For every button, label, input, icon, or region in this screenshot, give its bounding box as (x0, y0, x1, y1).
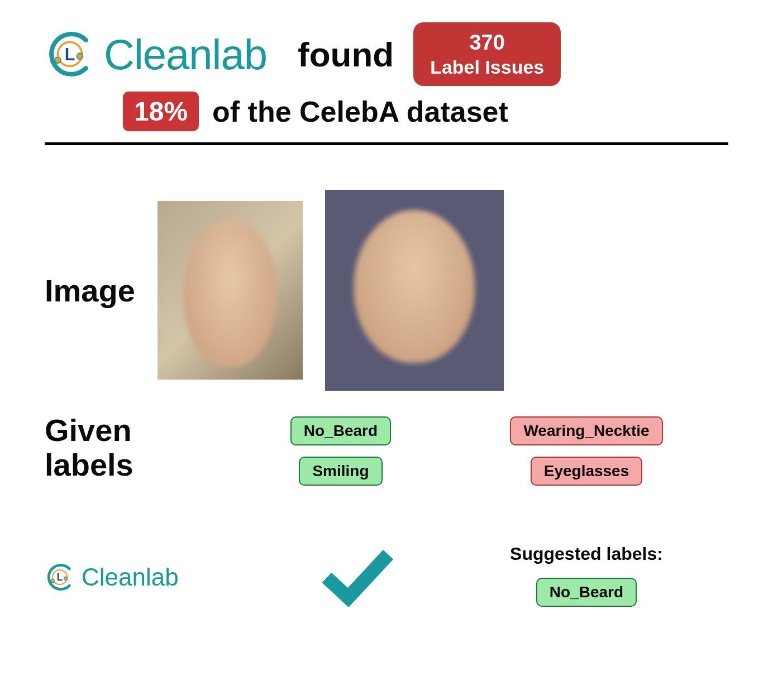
percent-badge: 18% (123, 92, 199, 131)
svg-point-2 (55, 57, 61, 64)
cleanlab-logo-icon: L (45, 562, 75, 592)
label-chip: Smiling (299, 457, 382, 486)
example-2-given-labels: Wearing_Necktie Eyeglasses (469, 413, 704, 493)
face-image-placeholder (158, 201, 303, 380)
subheader-text: of the CelebA dataset (212, 95, 508, 128)
example-image-2 (325, 190, 504, 391)
issues-label: Label Issues (430, 56, 544, 79)
image-row: Image (45, 190, 728, 391)
example-1-result (268, 545, 447, 609)
image-row-label: Image (45, 274, 135, 308)
label-chip: Wearing_Necktie (510, 416, 662, 445)
checkmark-icon (318, 545, 397, 607)
example-image-1 (158, 201, 303, 380)
svg-text:L: L (65, 45, 75, 64)
label-chip: No_Beard (536, 578, 637, 607)
label-chip: Eyeglasses (531, 457, 643, 486)
svg-point-6 (51, 579, 54, 582)
header: L Cleanlab found 370 Label Issues (45, 22, 728, 86)
divider (45, 142, 728, 145)
found-text: found (298, 35, 394, 74)
svg-point-7 (64, 577, 68, 580)
given-labels-line1: Given (45, 413, 132, 448)
example-1-given-labels: No_Beard Smiling (235, 413, 447, 493)
svg-text:L: L (56, 571, 63, 583)
cleanlab-logo: L Cleanlab (45, 29, 267, 79)
given-labels-row: Given labels No_Beard Smiling Wearing_Ne… (45, 413, 728, 493)
label-chip: No_Beard (290, 416, 391, 445)
svg-point-3 (77, 53, 83, 59)
cleanlab-result-row: L Cleanlab Suggested labels: No_Beard (45, 544, 728, 610)
cleanlab-logo-small: L Cleanlab (45, 562, 246, 592)
given-labels-line2: labels (45, 447, 133, 482)
suggested-labels-heading: Suggested labels: (469, 544, 704, 564)
cleanlab-logo-text: Cleanlab (104, 30, 267, 79)
given-labels-row-label: Given labels (45, 413, 212, 482)
cleanlab-logo-text: Cleanlab (82, 563, 179, 591)
subheader: 18% of the CelebA dataset (123, 92, 728, 131)
example-2-result: Suggested labels: No_Beard (469, 544, 704, 610)
cleanlab-logo-icon: L (45, 29, 95, 79)
issues-count: 370 (430, 30, 544, 56)
issues-badge: 370 Label Issues (413, 22, 561, 86)
face-image-placeholder (325, 190, 504, 391)
